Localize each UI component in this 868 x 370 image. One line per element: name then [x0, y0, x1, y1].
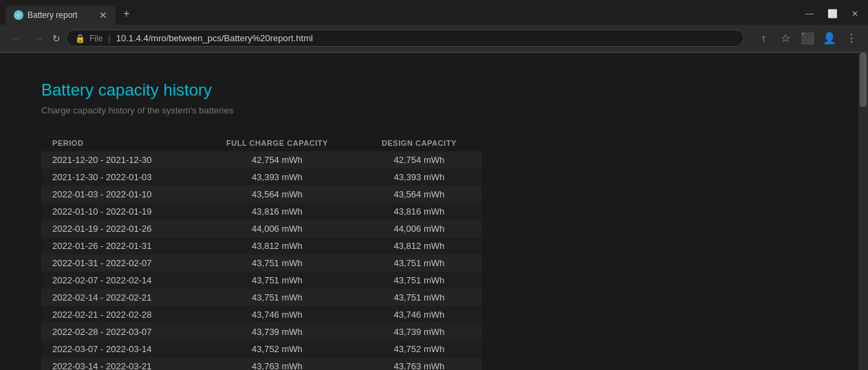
design-capacity-cell: 43,763 mWh [357, 358, 481, 370]
period-cell: 2021-12-20 - 2021-12-30 [41, 151, 197, 168]
design-capacity-cell: 43,816 mWh [357, 203, 481, 220]
browser-frame: ⚡ Battery report ✕ + — ⬜ ✕ ← → ↻ 🔒 File … [0, 0, 868, 53]
col-design: DESIGN CAPACITY [357, 135, 481, 151]
url-path: 10.1.4.4/mro/between_pcs/Battery%20repor… [116, 33, 313, 43]
design-capacity-cell: 42,754 mWh [357, 151, 481, 168]
design-capacity-cell: 43,812 mWh [357, 237, 481, 254]
minimize-button[interactable]: — [801, 9, 818, 19]
share-icon[interactable]: ↑ [755, 32, 772, 45]
design-capacity-cell: 43,752 mWh [357, 340, 481, 358]
new-tab-button[interactable]: + [118, 6, 135, 22]
table-row: 2022-01-19 - 2022-01-2644,006 mWh44,006 … [41, 220, 481, 237]
period-cell: 2021-12-30 - 2022-01-03 [41, 168, 197, 186]
window-controls: — ⬜ ✕ [801, 9, 862, 19]
table-row: 2022-01-10 - 2022-01-1943,816 mWh43,816 … [41, 203, 481, 220]
address-bar: ← → ↻ 🔒 File | 10.1.4.4/mro/between_pcs/… [0, 25, 868, 52]
table-row: 2022-02-14 - 2022-02-2143,751 mWh43,751 … [41, 289, 481, 306]
tab-close-button[interactable]: ✕ [99, 10, 107, 20]
period-cell: 2022-01-31 - 2022-02-07 [41, 254, 197, 272]
design-capacity-cell: 43,746 mWh [357, 306, 481, 323]
full-charge-cell: 43,751 mWh [197, 254, 357, 272]
period-cell: 2022-01-03 - 2022-01-10 [41, 186, 197, 203]
period-cell: 2022-02-21 - 2022-02-28 [41, 306, 197, 323]
refresh-button[interactable]: ↻ [52, 33, 61, 44]
col-full-charge: FULL CHARGE CAPACITY [197, 135, 357, 151]
full-charge-cell: 42,754 mWh [197, 151, 357, 168]
scrollbar-track [858, 52, 868, 370]
toolbar-right: ↑ ☆ ⬛ 👤 ⋮ [755, 32, 860, 45]
table-row: 2021-12-20 - 2021-12-3042,754 mWh42,754 … [41, 151, 481, 168]
scrollbar-thumb[interactable] [860, 52, 867, 107]
close-button[interactable]: ✕ [847, 9, 862, 19]
full-charge-cell: 43,752 mWh [197, 340, 357, 358]
forward-button[interactable]: → [30, 32, 47, 45]
table-row: 2022-02-28 - 2022-03-0743,739 mWh43,739 … [41, 323, 481, 340]
full-charge-cell: 43,816 mWh [197, 203, 357, 220]
period-cell: 2022-02-28 - 2022-03-07 [41, 323, 197, 340]
period-cell: 2022-01-10 - 2022-01-19 [41, 203, 197, 220]
period-cell: 2022-02-07 - 2022-02-14 [41, 272, 197, 289]
table-row: 2022-01-26 - 2022-01-3143,812 mWh43,812 … [41, 237, 481, 254]
full-charge-cell: 44,006 mWh [197, 220, 357, 237]
full-charge-cell: 43,812 mWh [197, 237, 357, 254]
restore-button[interactable]: ⬜ [823, 9, 842, 19]
lock-icon: 🔒 [75, 34, 85, 43]
url-field[interactable]: 🔒 File | 10.1.4.4/mro/between_pcs/Batter… [66, 30, 744, 47]
table-row: 2022-03-07 - 2022-03-1443,752 mWh43,752 … [41, 340, 481, 358]
tab-bar: ⚡ Battery report ✕ + — ⬜ ✕ [0, 0, 868, 25]
profile-icon[interactable]: 👤 [821, 32, 838, 45]
menu-icon[interactable]: ⋮ [843, 32, 860, 45]
back-button[interactable]: ← [8, 32, 25, 45]
design-capacity-cell: 43,739 mWh [357, 323, 481, 340]
bookmark-icon[interactable]: ☆ [777, 32, 794, 45]
table-header-row: PERIOD FULL CHARGE CAPACITY DESIGN CAPAC… [41, 135, 481, 151]
table-row: 2022-02-21 - 2022-02-2843,746 mWh43,746 … [41, 306, 481, 323]
period-cell: 2022-01-19 - 2022-01-26 [41, 220, 197, 237]
table-row: 2022-01-03 - 2022-01-1043,564 mWh43,564 … [41, 186, 481, 203]
design-capacity-cell: 44,006 mWh [357, 220, 481, 237]
table-row: 2022-03-14 - 2022-03-2143,763 mWh43,763 … [41, 358, 481, 370]
period-cell: 2022-03-07 - 2022-03-14 [41, 340, 197, 358]
tab-favicon: ⚡ [14, 10, 23, 20]
design-capacity-cell: 43,393 mWh [357, 168, 481, 186]
full-charge-cell: 43,393 mWh [197, 168, 357, 186]
design-capacity-cell: 43,751 mWh [357, 254, 481, 272]
table-row: 2022-02-07 - 2022-02-1443,751 mWh43,751 … [41, 272, 481, 289]
page-subtitle: Charge capacity history of the system's … [41, 105, 827, 116]
split-screen-icon[interactable]: ⬛ [799, 32, 816, 45]
full-charge-cell: 43,763 mWh [197, 358, 357, 370]
full-charge-cell: 43,564 mWh [197, 186, 357, 203]
design-capacity-cell: 43,751 mWh [357, 289, 481, 306]
page-content: Battery capacity history Charge capacity… [0, 53, 868, 370]
col-period: PERIOD [41, 135, 197, 151]
active-tab[interactable]: ⚡ Battery report ✕ [6, 6, 116, 25]
full-charge-cell: 43,751 mWh [197, 289, 357, 306]
full-charge-cell: 43,746 mWh [197, 306, 357, 323]
full-charge-cell: 43,739 mWh [197, 323, 357, 340]
page-title: Battery capacity history [41, 80, 827, 100]
period-cell: 2022-01-26 - 2022-01-31 [41, 237, 197, 254]
full-charge-cell: 43,751 mWh [197, 272, 357, 289]
design-capacity-cell: 43,751 mWh [357, 272, 481, 289]
period-cell: 2022-02-14 - 2022-02-21 [41, 289, 197, 306]
design-capacity-cell: 43,564 mWh [357, 186, 481, 203]
table-row: 2021-12-30 - 2022-01-0343,393 mWh43,393 … [41, 168, 481, 186]
tab-label: Battery report [28, 10, 78, 20]
url-protocol: File [89, 34, 102, 43]
period-cell: 2022-03-14 - 2022-03-21 [41, 358, 197, 370]
url-separator: | [108, 33, 110, 43]
battery-table: PERIOD FULL CHARGE CAPACITY DESIGN CAPAC… [41, 135, 481, 370]
table-row: 2022-01-31 - 2022-02-0743,751 mWh43,751 … [41, 254, 481, 272]
